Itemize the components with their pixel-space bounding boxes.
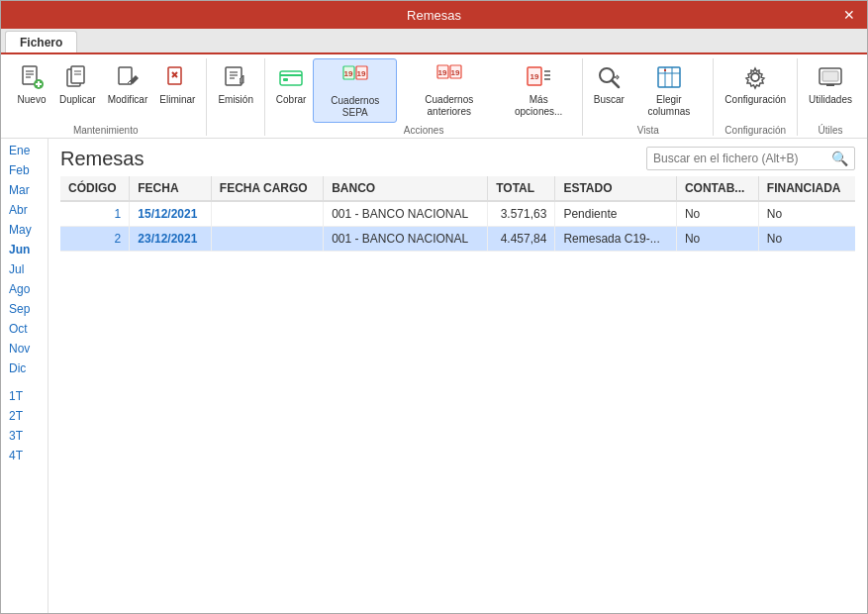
tab-fichero[interactable]: Fichero	[5, 31, 77, 52]
sidebar-item-4t[interactable]: 4T	[1, 446, 48, 465]
page-title: Remesas	[60, 148, 144, 170]
cell-total-2: 4.457,84	[488, 227, 555, 252]
cell-estado-1: Pendiente	[555, 201, 676, 227]
duplicar-icon	[61, 61, 93, 93]
utilidades-button[interactable]: Utilidades	[804, 58, 857, 109]
emision-label: Emisión	[218, 94, 253, 106]
sidebar-item-nov[interactable]: Nov	[1, 339, 48, 358]
eliminar-label: Eliminar	[159, 94, 195, 106]
sidebar-item-ago[interactable]: Ago	[1, 279, 48, 299]
remesas-table: CÓDIGO FECHA FECHA CARGO BANCO TOTAL EST…	[60, 176, 855, 252]
modificar-button[interactable]: Modificar	[103, 58, 153, 109]
col-fecha-cargo: FECHA CARGO	[211, 176, 323, 201]
search-box: 🔍	[646, 147, 855, 170]
emision-buttons: Emisión	[213, 58, 258, 123]
cell-codigo-2: 2	[60, 227, 130, 252]
nuevo-label: Nuevo	[18, 94, 47, 106]
sidebar-item-mar[interactable]: Mar	[1, 180, 48, 200]
close-button[interactable]: ✕	[831, 1, 867, 29]
window-title: Remesas	[407, 8, 461, 23]
configuracion-label: Configuración	[724, 94, 786, 106]
mas-opciones-button[interactable]: 19 Más opciones...	[501, 58, 576, 121]
cobrar-icon	[275, 61, 307, 93]
sidebar-item-abr[interactable]: Abr	[1, 200, 48, 220]
modificar-icon	[112, 61, 144, 93]
sidebar-divider	[1, 378, 48, 386]
emision-button[interactable]: Emisión	[213, 58, 258, 109]
duplicar-label: Duplicar	[59, 94, 96, 106]
tab-row: Fichero	[1, 29, 867, 54]
vista-buttons: Buscar Elegir columnas	[589, 58, 707, 123]
acciones-group-label: Acciones	[404, 125, 444, 136]
duplicar-button[interactable]: Duplicar	[54, 58, 101, 109]
ribbon: Nuevo Duplicar	[1, 54, 867, 139]
mas-opciones-icon: 19	[523, 61, 554, 93]
sidebar-item-dic[interactable]: Dic	[1, 358, 48, 378]
ribbon-group-vista: Buscar Elegir columnas	[583, 58, 714, 136]
col-fecha: FECHA	[130, 176, 212, 201]
sidebar-item-may[interactable]: May	[1, 220, 48, 240]
utiles-buttons: Utilidades	[804, 58, 857, 123]
cobrar-button[interactable]: Cobrar	[271, 58, 311, 109]
cell-banco-2: 001 - BANCO NACIONAL	[324, 227, 488, 252]
col-estado: ESTADO	[555, 176, 676, 201]
title-bar: Remesas ✕	[1, 1, 867, 29]
cell-financiada-1: No	[758, 201, 855, 227]
svg-rect-20	[280, 71, 302, 85]
cuadernos-anteriores-label: Cuadernos anteriores	[404, 94, 494, 118]
col-banco: BANCO	[324, 176, 488, 201]
table-row[interactable]: 1 15/12/2021 001 - BANCO NACIONAL 3.571,…	[60, 201, 855, 227]
table-row[interactable]: 2 23/12/2021 001 - BANCO NACIONAL 4.457,…	[60, 227, 855, 252]
sidebar-item-2t[interactable]: 2T	[1, 406, 48, 426]
nuevo-button[interactable]: Nuevo	[11, 58, 52, 109]
svg-rect-46	[822, 71, 838, 81]
cell-contab-1: No	[676, 201, 758, 227]
ribbon-group-mantenimiento: Nuevo Duplicar	[5, 58, 207, 136]
sidebar-item-oct[interactable]: Oct	[1, 319, 48, 339]
cell-codigo-1: 1	[60, 201, 130, 227]
sidebar-item-feb[interactable]: Feb	[1, 160, 48, 180]
page-header: Remesas 🔍	[48, 139, 867, 176]
svg-text:19: 19	[343, 69, 352, 78]
cell-fecha-2: 23/12/2021	[130, 227, 212, 252]
buscar-icon	[593, 61, 625, 93]
buscar-button[interactable]: Buscar	[589, 58, 628, 109]
vista-group-label: Vista	[637, 125, 659, 136]
cuadernos-anteriores-button[interactable]: 19 19 Cuadernos anteriores	[399, 58, 499, 121]
configuracion-buttons: Configuración	[720, 58, 791, 123]
svg-text:19: 19	[437, 68, 446, 77]
svg-text:19: 19	[450, 68, 459, 77]
elegir-columnas-button[interactable]: Elegir columnas	[630, 58, 707, 121]
cuadernos-anteriores-icon: 19 19	[434, 61, 465, 93]
svg-rect-39	[658, 67, 680, 87]
cell-total-1: 3.571,63	[488, 201, 555, 227]
cell-fecha-cargo-1	[211, 201, 323, 227]
sidebar-item-ene[interactable]: Ene	[1, 141, 48, 160]
emision-group-label	[235, 125, 238, 136]
search-input[interactable]	[647, 149, 825, 168]
sidebar-item-jul[interactable]: Jul	[1, 259, 48, 279]
search-button[interactable]: 🔍	[825, 148, 854, 169]
eliminar-icon	[161, 61, 193, 93]
svg-rect-16	[226, 67, 241, 85]
main-content: Ene Feb Mar Abr May Jun Jul Ago Sep Oct …	[1, 139, 867, 613]
sidebar-item-jun[interactable]: Jun	[1, 240, 48, 259]
content-area: Remesas 🔍 CÓDIGO FECHA FECHA CARGO BANCO…	[48, 139, 867, 613]
elegir-columnas-icon	[653, 61, 685, 93]
configuracion-button[interactable]: Configuración	[720, 58, 791, 109]
emision-icon	[220, 61, 251, 93]
ribbon-groups: Nuevo Duplicar	[1, 56, 867, 138]
eliminar-button[interactable]: Eliminar	[154, 58, 200, 109]
sidebar-item-3t[interactable]: 3T	[1, 426, 48, 446]
ribbon-group-utiles: Utilidades Útiles	[798, 58, 863, 136]
sidebar-item-1t[interactable]: 1T	[1, 386, 48, 406]
main-window: Remesas ✕ Fichero	[0, 0, 868, 614]
sidebar-item-sep[interactable]: Sep	[1, 299, 48, 319]
svg-text:19: 19	[356, 69, 365, 78]
configuracion-group-label: Configuración	[724, 125, 786, 136]
cuadernos-sepa-button[interactable]: 19 19 Cuadernos SEPA	[313, 58, 397, 123]
svg-line-37	[612, 80, 619, 87]
utilidades-label: Utilidades	[809, 94, 852, 106]
svg-point-44	[751, 73, 759, 81]
cell-contab-2: No	[676, 227, 758, 252]
